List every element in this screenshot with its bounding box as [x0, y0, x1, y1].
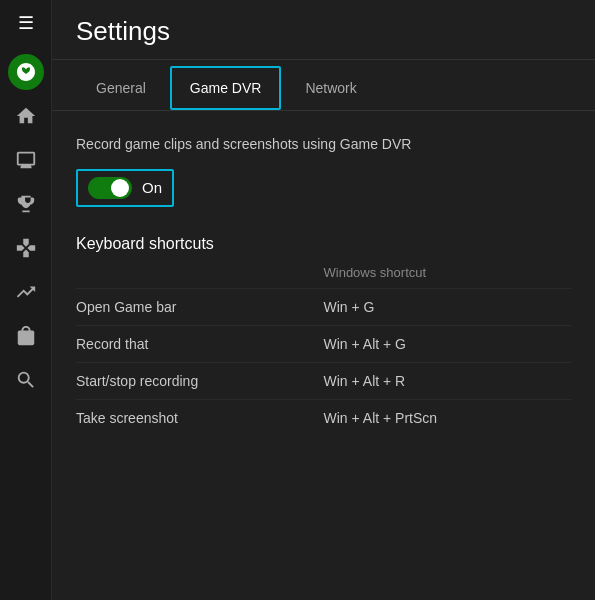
shortcuts-title: Keyboard shortcuts [76, 235, 571, 253]
hamburger-menu[interactable]: ☰ [18, 12, 34, 34]
sidebar-item-controller[interactable] [8, 230, 44, 266]
shortcuts-header: Windows shortcut [76, 265, 571, 280]
shortcuts-list: Open Game bar Win + G Record that Win + … [76, 288, 571, 436]
tab-network[interactable]: Network [285, 66, 376, 110]
sidebar-item-trending[interactable] [8, 274, 44, 310]
toggle-row: On [76, 169, 174, 207]
shortcut-key-0: Win + G [324, 299, 572, 315]
main-content: Settings General Game DVR Network Record… [52, 0, 595, 600]
shortcut-key-1: Win + Alt + G [324, 336, 572, 352]
shortcut-row-start-stop: Start/stop recording Win + Alt + R [76, 362, 571, 399]
sidebar-item-xbox[interactable] [8, 54, 44, 90]
toggle-label: On [142, 179, 162, 196]
record-toggle[interactable] [88, 177, 132, 199]
shortcuts-header-shortcut: Windows shortcut [324, 265, 572, 280]
tab-general[interactable]: General [76, 66, 166, 110]
sidebar-item-screen[interactable] [8, 142, 44, 178]
sidebar-item-search[interactable] [8, 362, 44, 398]
shortcut-row-open-game-bar: Open Game bar Win + G [76, 288, 571, 325]
sidebar-item-trophy[interactable] [8, 186, 44, 222]
shortcut-action-2: Start/stop recording [76, 373, 324, 389]
sidebar-item-store[interactable] [8, 318, 44, 354]
sidebar: ☰ [0, 0, 52, 600]
tabs-bar: General Game DVR Network [52, 60, 595, 111]
shortcut-action-3: Take screenshot [76, 410, 324, 426]
shortcut-row-screenshot: Take screenshot Win + Alt + PrtScn [76, 399, 571, 436]
page-title: Settings [52, 0, 595, 60]
shortcut-action-1: Record that [76, 336, 324, 352]
shortcut-row-record-that: Record that Win + Alt + G [76, 325, 571, 362]
shortcut-action-0: Open Game bar [76, 299, 324, 315]
record-description: Record game clips and screenshots using … [76, 135, 571, 155]
shortcut-key-3: Win + Alt + PrtScn [324, 410, 572, 426]
toggle-knob [111, 179, 129, 197]
shortcut-key-2: Win + Alt + R [324, 373, 572, 389]
content-area: Record game clips and screenshots using … [52, 111, 595, 600]
sidebar-item-home[interactable] [8, 98, 44, 134]
shortcuts-header-action [76, 265, 324, 280]
tab-game-dvr[interactable]: Game DVR [170, 66, 282, 110]
